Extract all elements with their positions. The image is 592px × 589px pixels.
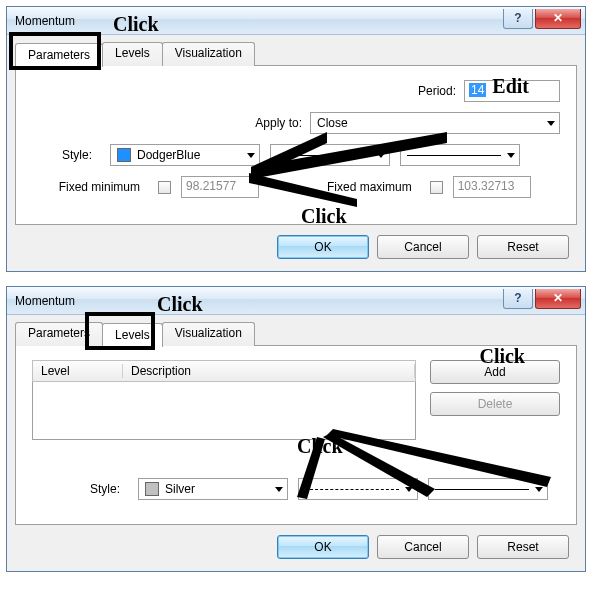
dialog-momentum-parameters: Momentum ? ✕ Click Edit Click Parameters… <box>6 6 586 272</box>
cancel-button[interactable]: Cancel <box>377 235 469 259</box>
fixed-max-checkbox[interactable] <box>430 181 443 194</box>
period-value: 14 <box>469 83 486 97</box>
dialog-momentum-levels: Momentum ? ✕ Click Click Click Parameter… <box>6 286 586 572</box>
style-label: Style: <box>32 482 128 496</box>
chevron-down-icon <box>247 153 255 158</box>
help-button[interactable]: ? <box>503 9 533 29</box>
tab-parameters[interactable]: Parameters <box>15 43 103 67</box>
reset-button[interactable]: Reset <box>477 235 569 259</box>
levels-list[interactable] <box>32 382 416 440</box>
chevron-down-icon <box>377 153 385 158</box>
style-color-name: DodgerBlue <box>137 148 200 162</box>
style-line-width-select[interactable] <box>400 144 520 166</box>
tab-content-levels: Level Description Add Delete Style: Silv… <box>15 345 577 525</box>
fixed-max-value: 103.32713 <box>458 179 515 193</box>
style-color-select[interactable]: Silver <box>138 478 288 500</box>
window-title: Momentum <box>15 14 75 28</box>
close-button[interactable]: ✕ <box>535 9 581 29</box>
help-button[interactable]: ? <box>503 289 533 309</box>
button-bar: OK Cancel Reset <box>15 225 577 263</box>
applyto-select[interactable]: Close <box>310 112 560 134</box>
fixed-min-value: 98.21577 <box>186 179 236 193</box>
window-title: Momentum <box>15 294 75 308</box>
chevron-down-icon <box>507 153 515 158</box>
line-pattern-preview <box>277 155 371 156</box>
close-icon: ✕ <box>553 12 563 24</box>
delete-button: Delete <box>430 392 560 416</box>
chevron-down-icon <box>275 487 283 492</box>
cancel-button[interactable]: Cancel <box>377 535 469 559</box>
ok-button[interactable]: OK <box>277 235 369 259</box>
fixed-min-input[interactable]: 98.21577 <box>181 176 259 198</box>
tab-strip: Parameters Levels Visualization <box>15 41 577 65</box>
chevron-down-icon <box>535 487 543 492</box>
applyto-value: Close <box>317 116 348 130</box>
reset-button[interactable]: Reset <box>477 535 569 559</box>
ok-button[interactable]: OK <box>277 535 369 559</box>
button-bar: OK Cancel Reset <box>15 525 577 563</box>
help-icon: ? <box>514 291 521 305</box>
fixed-min-checkbox[interactable] <box>158 181 171 194</box>
line-pattern-preview <box>305 489 399 490</box>
fixed-min-label: Fixed minimum <box>32 180 148 194</box>
tab-parameters[interactable]: Parameters <box>15 322 103 346</box>
style-color-swatch <box>145 482 159 496</box>
tab-strip: Parameters Levels Visualization <box>15 321 577 345</box>
style-line-pattern-select[interactable] <box>298 478 418 500</box>
style-line-pattern-select[interactable] <box>270 144 390 166</box>
col-level[interactable]: Level <box>33 364 123 378</box>
period-input[interactable]: 14 <box>464 80 560 102</box>
chevron-down-icon <box>405 487 413 492</box>
close-button[interactable]: ✕ <box>535 289 581 309</box>
tab-levels[interactable]: Levels <box>102 323 163 347</box>
style-label: Style: <box>32 148 100 162</box>
fixed-max-label: Fixed maximum <box>327 180 420 194</box>
line-width-preview <box>435 489 529 490</box>
titlebar[interactable]: Momentum ? ✕ <box>7 7 585 35</box>
close-icon: ✕ <box>553 292 563 304</box>
tab-visualization[interactable]: Visualization <box>162 322 255 346</box>
period-label: Period: <box>414 84 464 98</box>
tab-levels[interactable]: Levels <box>102 42 163 66</box>
style-line-width-select[interactable] <box>428 478 548 500</box>
titlebar-controls: ? ✕ <box>503 289 585 309</box>
style-color-select[interactable]: DodgerBlue <box>110 144 260 166</box>
applyto-label: Apply to: <box>240 116 310 130</box>
levels-list-header: Level Description <box>32 360 416 382</box>
style-color-name: Silver <box>165 482 195 496</box>
style-color-swatch <box>117 148 131 162</box>
chevron-down-icon <box>547 121 555 126</box>
titlebar-controls: ? ✕ <box>503 9 585 29</box>
help-icon: ? <box>514 11 521 25</box>
add-button[interactable]: Add <box>430 360 560 384</box>
line-width-preview <box>407 155 501 156</box>
tab-visualization[interactable]: Visualization <box>162 42 255 66</box>
titlebar[interactable]: Momentum ? ✕ <box>7 287 585 315</box>
fixed-max-input[interactable]: 103.32713 <box>453 176 531 198</box>
col-description[interactable]: Description <box>123 364 415 378</box>
tab-content-parameters: Period: 14 Apply to: Close Style: Dodger… <box>15 65 577 225</box>
